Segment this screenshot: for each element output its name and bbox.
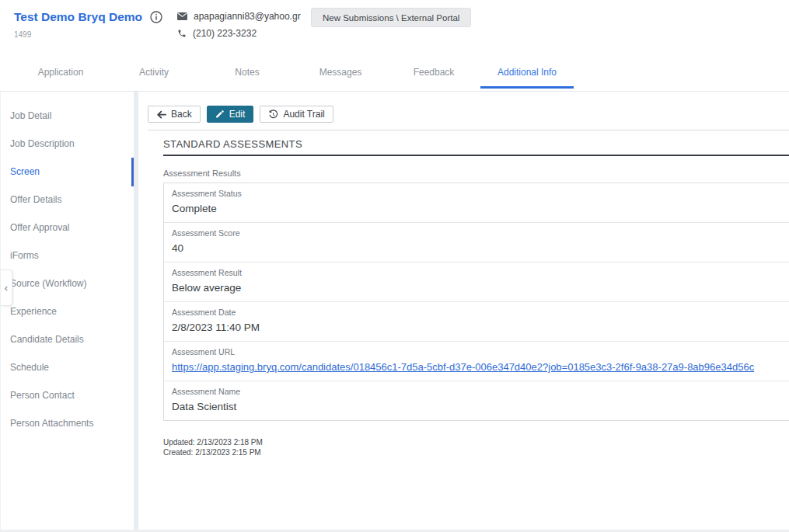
email-link[interactable]: apapagianni83@yahoo.gr	[194, 11, 301, 22]
tab-application[interactable]: Application	[14, 53, 107, 91]
audit-trail-button[interactable]: Audit Trail	[260, 106, 333, 123]
field-label: Assessment Score	[172, 228, 789, 238]
main-panel: Back Edit Audit Trail STANDARD ASSE	[138, 92, 789, 531]
workflow-status-button[interactable]: New Submissions \ External Portal	[311, 8, 471, 27]
tab-activity[interactable]: Activity	[107, 53, 201, 91]
sidebar-item-schedule[interactable]: Schedule	[1, 353, 134, 381]
assessment-results-card: Assessment Status Complete Assessment Sc…	[163, 183, 789, 421]
back-button[interactable]: Back	[148, 106, 201, 123]
field-assessment-status: Assessment Status Complete	[164, 183, 789, 222]
field-label: Assessment Status	[172, 189, 789, 199]
info-icon[interactable]	[150, 11, 162, 23]
field-value: 2/8/2023 11:40 PM	[172, 321, 789, 334]
created-timestamp: Created: 2/13/2023 2:15 PM	[163, 448, 789, 458]
section-title: STANDARD ASSESSMENTS	[163, 138, 789, 156]
field-value: Below average	[172, 281, 789, 294]
record-header: Test Demo Bryq Demo 1499 apapagianni83@y…	[0, 0, 789, 53]
sidebar-item-experience[interactable]: Experience	[1, 297, 134, 325]
additional-info-content: STANDARD ASSESSMENTS Assessment Results …	[148, 138, 789, 457]
toolbar-divider	[148, 130, 789, 130]
field-assessment-result: Assessment Result Below average	[164, 262, 789, 301]
field-assessment-score: Assessment Score 40	[164, 222, 789, 262]
sidebar-item-job-detail[interactable]: Job Detail	[1, 102, 134, 130]
sidebar-item-candidate-details[interactable]: Candidate Details	[1, 325, 134, 353]
history-icon	[268, 110, 278, 120]
updated-timestamp: Updated: 2/13/2023 2:18 PM	[163, 438, 789, 448]
tab-messages[interactable]: Messages	[294, 53, 387, 91]
record-id: 1499	[14, 30, 162, 39]
field-assessment-date: Assessment Date 2/8/2023 11:40 PM	[164, 301, 789, 341]
pencil-icon	[215, 110, 225, 119]
phone-icon	[177, 29, 187, 38]
tab-additional-info[interactable]: Additional Info	[480, 53, 574, 91]
sidebar-item-person-contact[interactable]: Person Contact	[1, 381, 134, 409]
field-value: 40	[172, 242, 789, 255]
page-title[interactable]: Test Demo Bryq Demo	[14, 10, 142, 24]
sidebar-item-source-workflow[interactable]: Source (Workflow)	[1, 269, 134, 297]
field-value: Complete	[172, 202, 789, 215]
sidebar-item-iforms[interactable]: iForms	[1, 242, 134, 269]
sidebar-item-screen[interactable]: Screen	[1, 158, 134, 186]
tab-feedback[interactable]: Feedback	[387, 53, 480, 91]
field-value: Data Scientist	[172, 400, 789, 413]
sidebar-item-offer-approval[interactable]: Offer Approval	[1, 214, 134, 242]
active-section-indicator	[131, 158, 134, 186]
sidebar-item-offer-details[interactable]: Offer Details	[1, 186, 134, 214]
group-label: Assessment Results	[163, 169, 789, 178]
phone-link[interactable]: (210) 223-3232	[193, 28, 257, 39]
sidebar: Job Detail Job Description Screen Offer …	[0, 92, 134, 531]
arrow-left-icon	[156, 110, 166, 119]
record-timestamps: Updated: 2/13/2023 2:18 PM Created: 2/13…	[163, 438, 789, 457]
sidebar-item-job-description[interactable]: Job Description	[1, 130, 134, 158]
field-assessment-name: Assessment Name Data Scientist	[164, 381, 789, 420]
sidebar-collapse-handle[interactable]: ‹	[1, 269, 12, 306]
sidebar-item-person-attachments[interactable]: Person Attachments	[1, 409, 134, 437]
contact-block: apapagianni83@yahoo.gr (210) 223-3232	[177, 8, 301, 42]
toolbar: Back Edit Audit Trail	[148, 106, 789, 123]
field-label: Assessment Result	[172, 268, 789, 278]
field-label: Assessment Name	[172, 387, 789, 397]
field-assessment-url: Assessment URL https://app.staging.bryq.…	[164, 341, 789, 381]
edit-button[interactable]: Edit	[207, 106, 254, 123]
field-label: Assessment URL	[172, 347, 789, 357]
app-window: Test Demo Bryq Demo 1499 apapagianni83@y…	[0, 0, 789, 532]
mail-icon	[177, 12, 187, 20]
title-block: Test Demo Bryq Demo 1499	[14, 10, 162, 39]
field-label: Assessment Date	[172, 308, 789, 318]
tab-bar: Application Activity Notes Messages Feed…	[0, 53, 789, 92]
tab-notes[interactable]: Notes	[201, 53, 294, 91]
chevron-left-icon: ‹	[5, 283, 8, 293]
content-row: Job Detail Job Description Screen Offer …	[0, 92, 789, 531]
assessment-url-link[interactable]: https://app.staging.bryq.com/candidates/…	[172, 361, 754, 373]
